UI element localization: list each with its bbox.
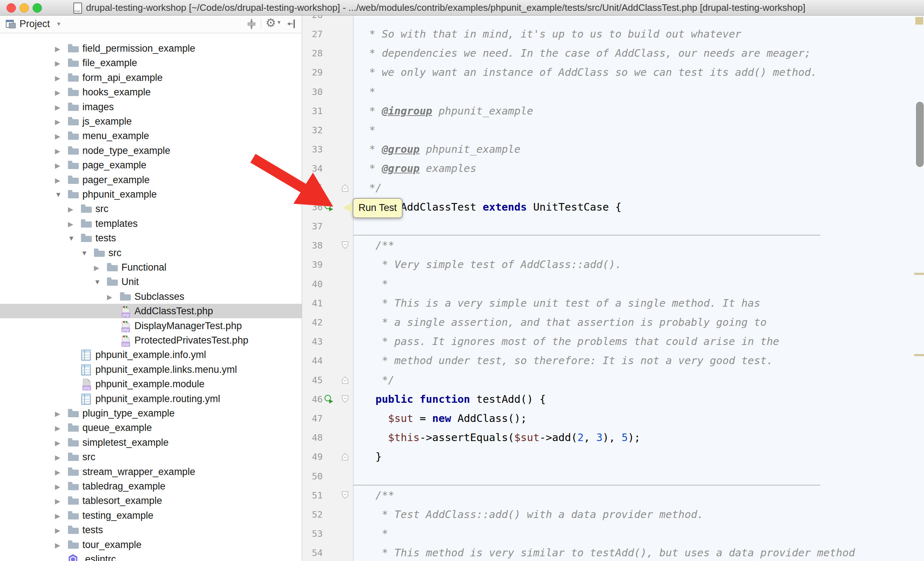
stripe-mark[interactable] [914, 354, 924, 356]
tree-item-page-example[interactable]: ▶page_example [0, 158, 302, 172]
collapse-all-icon[interactable] [246, 18, 257, 30]
window-title: drupal-testing-workshop [~/Code/os/drupa… [86, 0, 806, 15]
tree-item-templates[interactable]: ▶templates [0, 216, 302, 231]
chevron-expanded-icon[interactable]: ▼ [68, 235, 75, 242]
chevron-collapsed-icon[interactable]: ▶ [55, 541, 60, 549]
tree-item-node-type-example[interactable]: ▶node_type_example [0, 144, 302, 158]
chevron-collapsed-icon[interactable]: ▶ [55, 132, 60, 141]
tree-item-label: tablesort_example [82, 494, 162, 508]
line-number-36: 36 [302, 197, 323, 217]
chevron-collapsed-icon[interactable]: ▶ [55, 512, 60, 520]
tree-item-queue-example[interactable]: ▶queue_example [0, 420, 302, 435]
chevron-collapsed-icon[interactable]: ▶ [55, 410, 60, 418]
hide-panel-icon[interactable] [286, 18, 298, 30]
tree-item-phpunit-example-info-yml[interactable]: phpunit_example.info.yml [0, 347, 302, 362]
tree-item-tests[interactable]: ▼tests [0, 231, 302, 245]
chevron-collapsed-icon[interactable]: ▶ [55, 118, 60, 126]
tree-item-tablesort-example[interactable]: ▶tablesort_example [0, 494, 302, 508]
tree-item-label: .eslintrc [82, 552, 116, 561]
stripe-mark[interactable] [914, 273, 924, 275]
tree-item-simpletest-example[interactable]: ▶simpletest_example [0, 435, 302, 450]
tree-item-protectedprivatestest-php[interactable]: phpProtectedPrivatesTest.php [0, 333, 302, 347]
tree-item-src[interactable]: ▶src [0, 202, 302, 216]
folder-icon [67, 451, 80, 464]
tree-item-hooks-example[interactable]: ▶hooks_example [0, 85, 302, 99]
fold-up-icon[interactable] [342, 452, 349, 462]
chevron-collapsed-icon[interactable]: ▶ [55, 526, 60, 535]
chevron-collapsed-icon[interactable]: ▶ [55, 468, 60, 476]
tree-item-functional[interactable]: ▶Functional [0, 260, 302, 275]
close-window-button[interactable] [6, 3, 16, 13]
folder-icon [67, 43, 80, 55]
tree-item-testing-example[interactable]: ▶testing_example [0, 508, 302, 523]
run-test-tooltip[interactable]: Run Test [353, 198, 402, 218]
tree-item-label: stream_wrapper_example [82, 465, 195, 479]
chevron-expanded-icon[interactable]: ▼ [55, 191, 62, 199]
chevron-collapsed-icon[interactable]: ▶ [55, 497, 60, 506]
run-test-gutter-icon[interactable] [324, 202, 334, 214]
zoom-window-button[interactable] [33, 3, 42, 13]
fold-down-icon[interactable] [342, 395, 349, 405]
tree-item-field-permission-example[interactable]: ▶field_permission_example [0, 41, 302, 55]
tree-item-phpunit-example-module[interactable]: phpphpunit_example.module [0, 377, 302, 391]
chevron-collapsed-icon[interactable]: ▶ [55, 59, 60, 67]
editor-scrollbar-thumb[interactable] [916, 102, 924, 167]
tree-item-addclasstest-php[interactable]: phpAddClassTest.php [0, 304, 302, 318]
project-panel-title[interactable]: Project [20, 15, 50, 33]
chevron-collapsed-icon[interactable]: ▶ [55, 147, 60, 155]
tree-item-plugin-type-example[interactable]: ▶plugin_type_example [0, 406, 302, 420]
tree-item-tour-example[interactable]: ▶tour_example [0, 537, 302, 552]
folder-icon [67, 422, 80, 434]
tree-item-unit[interactable]: ▼Unit [0, 275, 302, 289]
document-icon [74, 3, 82, 14]
chevron-expanded-icon[interactable]: ▼ [81, 249, 88, 257]
inspection-status-square[interactable] [915, 17, 923, 25]
tree-item-file-example[interactable]: ▶file_example [0, 55, 302, 70]
chevron-collapsed-icon[interactable]: ▶ [55, 88, 60, 97]
chevron-collapsed-icon[interactable]: ▶ [55, 162, 60, 170]
tree-item-js-example[interactable]: ▶js_example [0, 114, 302, 129]
fold-up-icon[interactable] [342, 184, 349, 194]
tree-item-displaymanagertest-php[interactable]: phpDisplayManagerTest.php [0, 319, 302, 333]
chevron-collapsed-icon[interactable]: ▶ [55, 176, 60, 185]
chevron-down-icon[interactable]: ▾ [57, 15, 60, 33]
chevron-collapsed-icon[interactable]: ▶ [55, 483, 60, 491]
tree-item-pager-example[interactable]: ▶pager_example [0, 173, 302, 187]
line-number-53: 53 [302, 524, 323, 543]
chevron-collapsed-icon[interactable]: ▶ [94, 264, 99, 272]
minimize-window-button[interactable] [20, 3, 29, 13]
chevron-expanded-icon[interactable]: ▼ [94, 278, 101, 286]
tree-item-phpunit-example-routing-yml[interactable]: phpunit_example.routing.yml [0, 392, 302, 406]
settings-gear-icon[interactable]: ⚙ [266, 16, 276, 30]
code-editor[interactable]: 2627282930313233343536373839404142434445… [302, 15, 924, 561]
chevron-collapsed-icon[interactable]: ▶ [55, 74, 60, 82]
tree-item-stream-wrapper-example[interactable]: ▶stream_wrapper_example [0, 465, 302, 479]
chevron-collapsed-icon[interactable]: ▶ [68, 220, 74, 228]
tree-item-label: tests [95, 231, 116, 245]
run-test-gutter-icon[interactable] [324, 394, 334, 406]
tree-item-images[interactable]: ▶images [0, 100, 302, 114]
chevron-collapsed-icon[interactable]: ▶ [55, 424, 60, 432]
tree-item-subclasses[interactable]: ▶Subclasses [0, 289, 302, 304]
tree-item-src[interactable]: ▶src [0, 450, 302, 464]
tree-item-menu-example[interactable]: ▶menu_example [0, 129, 302, 143]
gear-chevron-icon[interactable]: ▾ [278, 19, 280, 25]
chevron-collapsed-icon[interactable]: ▶ [55, 439, 60, 447]
chevron-collapsed-icon[interactable]: ▶ [107, 293, 112, 301]
tree-item-tests[interactable]: ▶tests [0, 523, 302, 537]
folder-icon [67, 101, 80, 114]
fold-down-icon[interactable] [342, 241, 349, 251]
tree-item-tabledrag-example[interactable]: ▶tabledrag_example [0, 479, 302, 494]
chevron-collapsed-icon[interactable]: ▶ [55, 103, 60, 112]
chevron-collapsed-icon[interactable]: ▶ [55, 45, 60, 53]
chevron-collapsed-icon[interactable]: ▶ [55, 453, 60, 462]
tree-item-src[interactable]: ▼src [0, 245, 302, 260]
fold-up-icon[interactable] [342, 375, 349, 386]
tree-item-phpunit-example[interactable]: ▼phpunit_example [0, 187, 302, 202]
tree-item-phpunit-example-links-menu-yml[interactable]: phpunit_example.links.menu.yml [0, 362, 302, 377]
tree-item-label: AddClassTest.php [134, 304, 213, 318]
tree-item--eslintrc[interactable]: .eslintrc [0, 552, 302, 561]
tree-item-form-api-example[interactable]: ▶form_api_example [0, 70, 302, 85]
chevron-collapsed-icon[interactable]: ▶ [68, 205, 74, 214]
fold-down-icon[interactable] [342, 491, 349, 501]
